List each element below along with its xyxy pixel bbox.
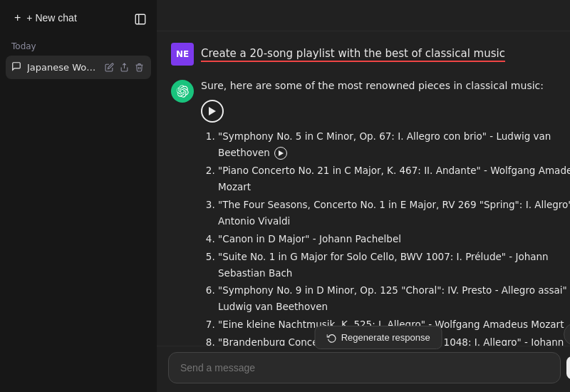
user-avatar: NE: [171, 43, 194, 66]
new-chat-button[interactable]: + + New chat: [6, 6, 127, 30]
chat-bubble-icon: [11, 61, 21, 73]
message-input[interactable]: [168, 352, 561, 383]
regenerate-button[interactable]: Regenerate response: [315, 326, 442, 349]
delete-chat-button[interactable]: [133, 61, 145, 73]
ai-content: Sure, here are some of the most renowned…: [201, 80, 570, 346]
plus-icon: +: [14, 11, 21, 24]
topbar: [157, 0, 570, 31]
regenerate-area: Regenerate response: [315, 326, 442, 349]
svg-rect-0: [135, 14, 145, 24]
list-item: "The Four Seasons, Concerto No. 1 in E M…: [218, 197, 570, 229]
ai-avatar: [171, 80, 194, 103]
song-list: "Symphony No. 5 in C Minor, Op. 67: I. A…: [201, 128, 570, 346]
list-item: "Suite No. 1 in G Major for Solo Cello, …: [218, 249, 570, 282]
user-message-text: Create a 20-song playlist with the best …: [201, 43, 505, 62]
list-item: "Canon in D Major" - Johann Pachelbel: [218, 231, 570, 247]
ai-intro-text: Sure, here are some of the most renowned…: [201, 80, 570, 91]
sidebar: + + New chat Today Japanese Work Musi: [0, 0, 157, 392]
chat-list-item[interactable]: Japanese Work Musi: [6, 56, 151, 79]
collapse-sidebar-button[interactable]: [130, 9, 151, 30]
regenerate-label: Regenerate response: [341, 332, 430, 343]
play-button[interactable]: [201, 100, 224, 123]
inline-play-button[interactable]: [274, 147, 287, 160]
list-item: "Symphony No. 5 in C Minor, Op. 67: I. A…: [218, 128, 570, 161]
list-item: "Piano Concerto No. 21 in C Major, K. 46…: [218, 163, 570, 195]
chat-item-title: Japanese Work Musi: [27, 62, 98, 73]
ai-response-area: Sure, here are some of the most renowned…: [157, 71, 570, 346]
chat-item-actions: [103, 61, 145, 73]
input-area: [157, 346, 570, 392]
main-content: NE Create a 20-song playlist with the be…: [157, 0, 570, 392]
list-item: "Symphony No. 9 in D Minor, Op. 125 "Cho…: [218, 282, 570, 315]
share-chat-button[interactable]: [118, 61, 130, 73]
edit-chat-button[interactable]: [103, 61, 115, 73]
new-chat-label: + New chat: [26, 12, 76, 24]
send-button[interactable]: [566, 356, 571, 379]
section-today: Today: [6, 38, 151, 54]
playlist-controls: [201, 100, 570, 123]
user-message-area: NE Create a 20-song playlist with the be…: [157, 31, 570, 71]
sidebar-top-row: + + New chat: [6, 6, 151, 33]
